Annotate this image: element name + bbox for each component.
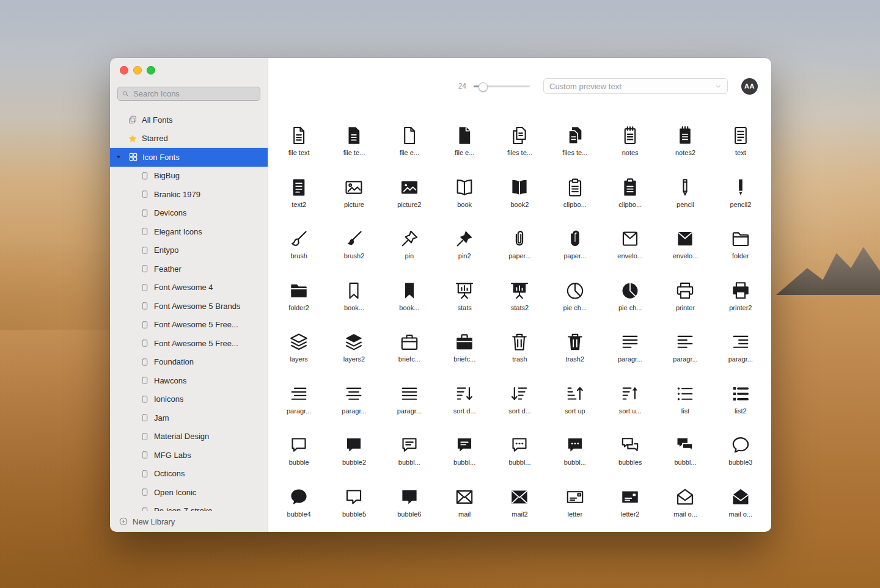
sidebar-font-item[interactable]: Foundation [110,353,268,372]
sidebar-font-item[interactable]: Feather [110,260,268,278]
icon-cell-letter[interactable]: letter [548,481,603,532]
preview-text-combo[interactable]: Custom preview text [543,78,728,94]
icon-cell-trash-f[interactable]: trash2 [548,325,603,377]
icon-cell-envelope[interactable]: envelo... [603,222,658,274]
sidebar-font-item[interactable]: Pe-icon-7-stroke [110,502,268,512]
icon-cell-pencil[interactable]: pencil [658,171,713,223]
icon-cell-envelope-f[interactable]: envelo... [658,222,713,274]
icon-cell-bookmark[interactable]: book... [326,274,381,326]
sidebar-font-item[interactable]: Entypo [110,241,268,260]
icon-cell-folder-f[interactable]: folder2 [271,274,326,326]
icon-cell-bubbles-f[interactable]: bubbl... [658,429,713,481]
icon-cell-para-2[interactable]: paragr... [658,325,713,377]
disclosure-triangle-icon[interactable] [116,154,123,160]
icon-cell-printer[interactable]: printer [658,274,713,326]
icon-cell-book[interactable]: book [437,171,492,223]
icon-cell-sort-asc-2[interactable]: sort u... [603,377,658,429]
icon-cell-pie-f[interactable]: pie ch... [603,274,658,326]
slider-thumb[interactable] [479,82,488,92]
icon-cell-layers-f[interactable]: layers2 [326,325,381,377]
icon-cell-bubble-lines[interactable]: bubbl... [382,429,437,481]
icon-cell-bubble-dots[interactable]: bubbl... [492,429,547,481]
icon-cell-book-f[interactable]: book2 [492,171,547,223]
icon-cell-folder[interactable]: folder [713,222,768,274]
sidebar-font-item[interactable]: Open Iconic [110,483,268,502]
icon-cell-brush-f[interactable]: brush2 [326,222,381,274]
icon-cell-briefcase-f[interactable]: briefc... [437,325,492,377]
icon-cell-stats-f[interactable]: stats2 [492,274,547,326]
search-field[interactable] [117,87,260,101]
minimize-window-button[interactable] [133,66,142,74]
icon-cell-brush[interactable]: brush [271,222,326,274]
sidebar-font-item[interactable]: Font Awesome 5 Free... [110,316,268,335]
icon-cell-mail-open[interactable]: mail o... [658,481,713,532]
icon-cell-paperclip-f[interactable]: paper... [548,222,603,274]
sidebar-font-item[interactable]: Ionicons [110,390,268,409]
sidebar-font-item[interactable]: Hawcons [110,371,268,390]
search-input[interactable] [132,89,256,99]
sidebar-font-item[interactable]: Elegant Icons [110,222,268,241]
icon-cell-para-1[interactable]: paragr... [603,325,658,377]
icon-cell-bubble-round-f[interactable]: bubble4 [271,481,326,532]
icon-size-slider[interactable] [474,81,530,91]
sidebar-font-item[interactable]: Font Awesome 5 Brands [110,297,268,316]
sidebar-font-item[interactable]: Devicons [110,204,268,223]
icon-cell-letter-f[interactable]: letter2 [603,481,658,532]
sidebar-item-starred[interactable]: Starred [110,129,268,148]
icon-cell-mail-f[interactable]: mail2 [492,481,547,532]
sidebar-font-item[interactable]: Font Awesome 5 Free... [110,334,268,353]
icon-cell-para-6[interactable]: paragr... [382,377,437,429]
icon-cell-bookmark-f[interactable]: book... [382,274,437,326]
icon-cell-bubble-lines-f[interactable]: bubbl... [437,429,492,481]
icon-cell-paperclip[interactable]: paper... [492,222,547,274]
icon-cell-bubble[interactable]: bubble [271,429,326,481]
sidebar-font-item[interactable]: MFG Labs [110,446,268,465]
sidebar-font-item[interactable]: Brankic 1979 [110,185,268,204]
icon-cell-pencil-f[interactable]: pencil2 [713,171,768,223]
icon-cell-stats[interactable]: stats [437,274,492,326]
icon-cell-layers[interactable]: layers [271,325,326,377]
zoom-window-button[interactable] [147,66,155,74]
close-window-button[interactable] [120,66,128,74]
icon-cell-file-text-f[interactable]: file te... [326,119,381,171]
sidebar-font-item[interactable]: Octicons [110,465,268,484]
icon-cell-sort-desc-2[interactable]: sort d... [492,377,547,429]
icon-cell-bubbles[interactable]: bubbles [603,429,658,481]
icon-cell-clipboard[interactable]: clipbo... [548,171,603,223]
icon-cell-file-text[interactable]: file text [271,119,326,171]
chevron-down-icon[interactable] [715,83,722,90]
icon-cell-file[interactable]: file e... [382,119,437,171]
sidebar-font-item[interactable]: Jam [110,408,268,427]
icon-cell-text-doc[interactable]: text [713,119,768,171]
icon-cell-pin[interactable]: pin [382,222,437,274]
sidebar-item-icon-fonts[interactable]: Icon Fonts [110,148,268,167]
icon-cell-notes-f[interactable]: notes2 [658,119,713,171]
icon-cell-bubble-round[interactable]: bubble3 [713,429,768,481]
icon-cell-sort-asc[interactable]: sort up [548,377,603,429]
icon-cell-list[interactable]: list [658,377,713,429]
icon-cell-list-f[interactable]: list2 [713,377,768,429]
icon-cell-pie[interactable]: pie ch... [548,274,603,326]
icon-cell-briefcase[interactable]: briefc... [382,325,437,377]
icon-cell-bubble-square-f[interactable]: bubble6 [382,481,437,532]
icon-cell-para-4[interactable]: paragr... [271,377,326,429]
icon-cell-mail-open-f[interactable]: mail o... [713,481,768,532]
text-case-button[interactable]: AA [741,78,758,95]
new-library-button[interactable]: New Library [110,511,268,532]
icon-cell-bubble-square[interactable]: bubble5 [326,481,381,532]
icon-cell-bubble-dots-f[interactable]: bubbl... [548,429,603,481]
sidebar-font-item[interactable]: Font Awesome 4 [110,278,268,297]
icon-cell-trash[interactable]: trash [492,325,547,377]
icon-cell-sort-desc[interactable]: sort d... [437,377,492,429]
icon-cell-picture[interactable]: picture [326,171,381,223]
icon-cell-pin-f[interactable]: pin2 [437,222,492,274]
icon-cell-printer-f[interactable]: printer2 [713,274,768,326]
icon-cell-para-3[interactable]: paragr... [713,325,768,377]
icon-cell-notes[interactable]: notes [603,119,658,171]
icon-cell-text-doc-f[interactable]: text2 [271,171,326,223]
icon-cell-files-text[interactable]: files te... [492,119,547,171]
icon-cell-file-f[interactable]: file e... [437,119,492,171]
icon-cell-para-5[interactable]: paragr... [326,377,381,429]
icon-cell-clipboard-f[interactable]: clipbo... [603,171,658,223]
icon-cell-files-text-f[interactable]: files te... [548,119,603,171]
